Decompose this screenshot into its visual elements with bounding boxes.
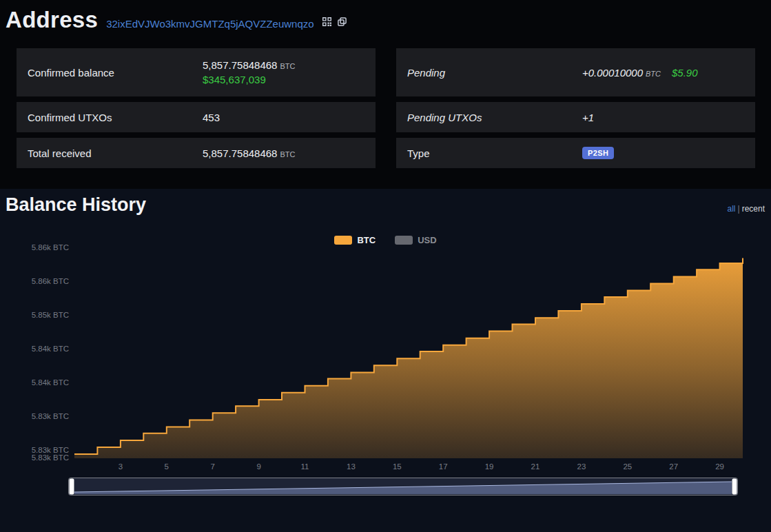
range-all-link[interactable]: all	[728, 204, 736, 214]
confirmed-utxos-value: 453	[203, 112, 220, 123]
legend-swatch	[395, 236, 413, 245]
balance-history-title: Balance History	[6, 194, 146, 216]
confirmed-balance-usd: $345,637,039	[203, 74, 295, 85]
balance-history-section: Balance History all|recent BTCUSD 5.86k …	[0, 189, 771, 532]
qr-code-icon[interactable]	[322, 17, 331, 26]
balance-history-chart-area: BTCUSD 5.86k BTC5.86k BTC5.85k BTC5.84k …	[0, 218, 771, 495]
svg-text:7: 7	[210, 462, 214, 471]
svg-text:5.85k BTC: 5.85k BTC	[32, 311, 69, 319]
page-header: Address 32ixEdVJWo3kmvJGMTZq5jAQVZZeuwnq…	[0, 0, 771, 36]
svg-text:5.84k BTC: 5.84k BTC	[32, 378, 69, 387]
type-row: Type P2SH	[396, 138, 755, 168]
confirmed-utxos-label: Confirmed UTXOs	[28, 112, 203, 123]
address-link[interactable]: 32ixEdVJWo3kmvJGMTZq5jAQVZZeuwnqzo	[106, 18, 314, 30]
pending-utxos-row: Pending UTXOs +1	[396, 102, 755, 132]
address-stats: Confirmed balance 5,857.75848468BTC $345…	[0, 36, 771, 168]
stats-right-column: Pending +0.00010000BTC$5.90 Pending UTXO…	[396, 48, 755, 168]
pending-utxos-label: Pending UTXOs	[407, 112, 582, 123]
svg-text:11: 11	[301, 462, 309, 471]
chart-zoom-slider[interactable]	[68, 478, 738, 495]
range-separator: |	[738, 204, 740, 214]
svg-text:3: 3	[119, 462, 123, 471]
svg-text:15: 15	[393, 462, 402, 471]
svg-text:19: 19	[485, 462, 494, 471]
total-received-label: Total received	[28, 147, 203, 159]
svg-text:5: 5	[165, 462, 169, 471]
svg-text:5.86k BTC: 5.86k BTC	[32, 277, 69, 285]
stats-left-column: Confirmed balance 5,857.75848468BTC $345…	[17, 48, 376, 168]
total-received-row: Total received 5,857.75848468BTC	[17, 138, 376, 168]
svg-text:23: 23	[577, 462, 586, 471]
svg-text:17: 17	[439, 462, 448, 471]
confirmed-balance-label: Confirmed balance	[28, 67, 203, 79]
legend-item-btc[interactable]: BTC	[334, 235, 376, 245]
confirmed-balance-row: Confirmed balance 5,857.75848468BTC $345…	[17, 48, 376, 96]
page-title: Address	[6, 7, 98, 33]
chart-zoom-slider-row	[68, 478, 771, 495]
svg-text:25: 25	[623, 462, 632, 471]
pending-label: Pending	[407, 67, 582, 79]
legend-label: BTC	[357, 235, 376, 245]
svg-text:9: 9	[256, 462, 260, 471]
type-label: Type	[407, 147, 582, 159]
confirmed-balance-value: 5,857.75848468BTC $345,637,039	[203, 51, 295, 94]
pending-usd: $5.90	[672, 67, 698, 79]
total-received-btc: 5,857.75848468	[203, 147, 277, 159]
btc-unit: BTC	[280, 150, 295, 158]
pending-row: Pending +0.00010000BTC$5.90	[396, 48, 755, 96]
address-actions	[322, 17, 347, 26]
btc-unit: BTC	[646, 70, 661, 78]
confirmed-balance-btc: 5,857.75848468	[203, 59, 277, 71]
legend-swatch	[334, 236, 352, 245]
range-links: all|recent	[728, 204, 765, 216]
svg-text:5.83k BTC: 5.83k BTC	[32, 453, 69, 462]
balance-history-header: Balance History all|recent	[0, 189, 771, 216]
pending-utxos-value: +1	[582, 112, 594, 123]
copy-icon[interactable]	[338, 17, 347, 26]
range-recent-link[interactable]: recent	[742, 204, 765, 214]
chart-legend: BTCUSD	[0, 235, 771, 245]
svg-text:13: 13	[347, 462, 356, 471]
svg-text:5.83k BTC: 5.83k BTC	[32, 412, 69, 420]
svg-text:21: 21	[531, 462, 540, 471]
address-type-badge: P2SH	[582, 147, 614, 159]
svg-text:29: 29	[715, 462, 724, 471]
svg-text:5.84k BTC: 5.84k BTC	[32, 345, 69, 353]
btc-unit: BTC	[280, 62, 295, 70]
balance-history-chart[interactable]: 5.86k BTC5.86k BTC5.85k BTC5.84k BTC5.84…	[6, 218, 765, 472]
svg-text:27: 27	[669, 462, 678, 471]
pending-btc: +0.00010000	[582, 67, 643, 79]
confirmed-utxos-row: Confirmed UTXOs 453	[17, 102, 376, 132]
legend-item-usd[interactable]: USD	[395, 235, 436, 245]
legend-label: USD	[418, 235, 436, 245]
